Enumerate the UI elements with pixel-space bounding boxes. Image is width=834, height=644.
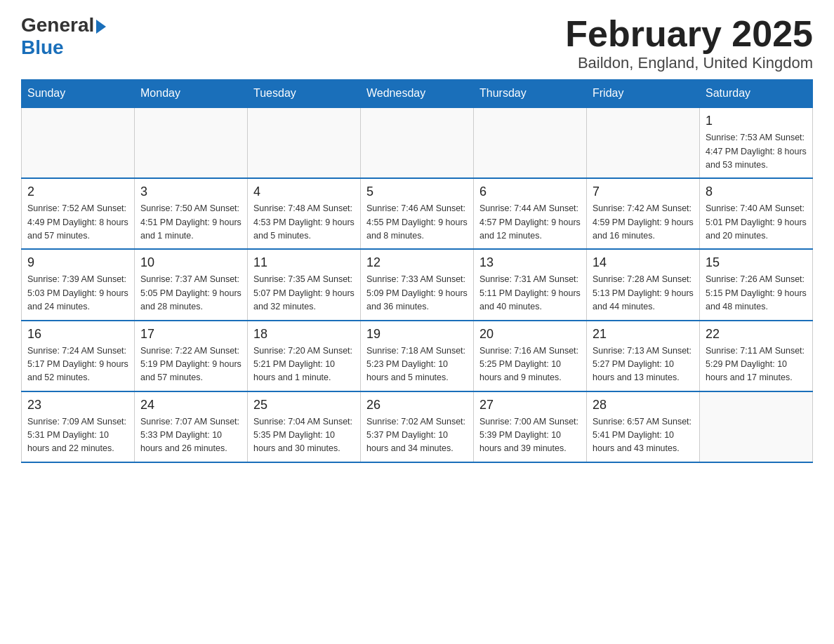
calendar-week-row: 2Sunrise: 7:52 AM Sunset: 4:49 PM Daylig… [22,178,813,249]
calendar-cell: 6Sunrise: 7:44 AM Sunset: 4:57 PM Daylig… [474,178,587,249]
day-number: 11 [253,255,355,270]
logo-general-text: General [21,14,94,36]
calendar-table: SundayMondayTuesdayWednesdayThursdayFrid… [21,79,813,463]
calendar-cell: 14Sunrise: 7:28 AM Sunset: 5:13 PM Dayli… [587,249,700,320]
day-info: Sunrise: 7:24 AM Sunset: 5:17 PM Dayligh… [27,344,128,385]
day-number: 20 [479,327,581,342]
day-number: 5 [366,185,468,199]
calendar-cell: 11Sunrise: 7:35 AM Sunset: 5:07 PM Dayli… [248,249,361,320]
day-number: 17 [140,327,241,342]
day-info: Sunrise: 7:13 AM Sunset: 5:27 PM Dayligh… [593,344,694,385]
day-info: Sunrise: 7:48 AM Sunset: 4:53 PM Dayligh… [253,202,355,243]
day-number: 23 [27,398,128,412]
logo-arrow-icon [96,20,106,34]
day-number: 24 [140,398,241,412]
logo: General Blue [21,14,106,59]
calendar-day-header: Wednesday [361,80,474,108]
day-number: 7 [593,185,694,199]
day-number: 16 [27,327,128,342]
day-number: 26 [366,398,468,412]
day-number: 14 [593,255,694,270]
day-info: Sunrise: 7:33 AM Sunset: 5:09 PM Dayligh… [366,273,468,314]
day-info: Sunrise: 7:35 AM Sunset: 5:07 PM Dayligh… [253,273,355,314]
calendar-cell [135,107,248,178]
day-info: Sunrise: 7:46 AM Sunset: 4:55 PM Dayligh… [366,202,468,243]
calendar-cell: 1Sunrise: 7:53 AM Sunset: 4:47 PM Daylig… [700,107,813,178]
calendar-cell [22,107,135,178]
day-number: 27 [479,398,581,412]
calendar-cell: 24Sunrise: 7:07 AM Sunset: 5:33 PM Dayli… [135,391,248,462]
calendar-cell: 12Sunrise: 7:33 AM Sunset: 5:09 PM Dayli… [361,249,474,320]
day-number: 3 [140,185,241,199]
calendar-week-row: 23Sunrise: 7:09 AM Sunset: 5:31 PM Dayli… [22,391,813,462]
day-info: Sunrise: 7:50 AM Sunset: 4:51 PM Dayligh… [140,202,241,243]
calendar-cell [587,107,700,178]
day-info: Sunrise: 7:26 AM Sunset: 5:15 PM Dayligh… [706,273,807,314]
calendar-cell [474,107,587,178]
calendar-cell: 10Sunrise: 7:37 AM Sunset: 5:05 PM Dayli… [135,249,248,320]
day-number: 19 [366,327,468,342]
day-number: 15 [706,255,807,270]
page-header: General Blue February 2025 Baildon, Engl… [21,14,813,72]
location: Baildon, England, United Kingdom [565,54,813,72]
calendar-cell: 23Sunrise: 7:09 AM Sunset: 5:31 PM Dayli… [22,391,135,462]
day-info: Sunrise: 7:40 AM Sunset: 5:01 PM Dayligh… [706,202,807,243]
calendar-cell: 21Sunrise: 7:13 AM Sunset: 5:27 PM Dayli… [587,321,700,391]
calendar-cell: 7Sunrise: 7:42 AM Sunset: 4:59 PM Daylig… [587,178,700,249]
calendar-day-header: Tuesday [248,80,361,108]
calendar-cell [361,107,474,178]
calendar-day-header: Thursday [474,80,587,108]
calendar-cell: 19Sunrise: 7:18 AM Sunset: 5:23 PM Dayli… [361,321,474,391]
day-info: Sunrise: 7:04 AM Sunset: 5:35 PM Dayligh… [253,415,355,456]
calendar-cell: 22Sunrise: 7:11 AM Sunset: 5:29 PM Dayli… [700,321,813,391]
calendar-cell: 4Sunrise: 7:48 AM Sunset: 4:53 PM Daylig… [248,178,361,249]
calendar-cell [700,391,813,462]
calendar-cell: 5Sunrise: 7:46 AM Sunset: 4:55 PM Daylig… [361,178,474,249]
title-section: February 2025 Baildon, England, United K… [565,14,813,72]
day-number: 1 [706,114,807,128]
calendar-cell: 15Sunrise: 7:26 AM Sunset: 5:15 PM Dayli… [700,249,813,320]
logo-text: General [21,14,106,36]
day-info: Sunrise: 7:44 AM Sunset: 4:57 PM Dayligh… [479,202,581,243]
calendar-cell: 25Sunrise: 7:04 AM Sunset: 5:35 PM Dayli… [248,391,361,462]
day-number: 13 [479,255,581,270]
day-info: Sunrise: 7:39 AM Sunset: 5:03 PM Dayligh… [27,273,128,314]
calendar-cell: 20Sunrise: 7:16 AM Sunset: 5:25 PM Dayli… [474,321,587,391]
day-info: Sunrise: 7:52 AM Sunset: 4:49 PM Dayligh… [27,202,128,243]
calendar-day-header: Sunday [22,80,135,108]
calendar-cell: 16Sunrise: 7:24 AM Sunset: 5:17 PM Dayli… [22,321,135,391]
calendar-week-row: 9Sunrise: 7:39 AM Sunset: 5:03 PM Daylig… [22,249,813,320]
calendar-cell: 18Sunrise: 7:20 AM Sunset: 5:21 PM Dayli… [248,321,361,391]
day-info: Sunrise: 7:16 AM Sunset: 5:25 PM Dayligh… [479,344,581,385]
day-info: Sunrise: 7:42 AM Sunset: 4:59 PM Dayligh… [593,202,694,243]
day-number: 12 [366,255,468,270]
day-info: Sunrise: 7:09 AM Sunset: 5:31 PM Dayligh… [27,415,128,456]
day-info: Sunrise: 7:20 AM Sunset: 5:21 PM Dayligh… [253,344,355,385]
day-info: Sunrise: 7:11 AM Sunset: 5:29 PM Dayligh… [706,344,807,385]
day-number: 18 [253,327,355,342]
calendar-header-row: SundayMondayTuesdayWednesdayThursdayFrid… [22,80,813,108]
calendar-cell: 9Sunrise: 7:39 AM Sunset: 5:03 PM Daylig… [22,249,135,320]
day-number: 4 [253,185,355,199]
day-info: Sunrise: 7:31 AM Sunset: 5:11 PM Dayligh… [479,273,581,314]
day-number: 8 [706,185,807,199]
month-title: February 2025 [565,14,813,54]
calendar-week-row: 16Sunrise: 7:24 AM Sunset: 5:17 PM Dayli… [22,321,813,391]
calendar-day-header: Friday [587,80,700,108]
calendar-week-row: 1Sunrise: 7:53 AM Sunset: 4:47 PM Daylig… [22,107,813,178]
day-number: 25 [253,398,355,412]
day-number: 6 [479,185,581,199]
calendar-day-header: Saturday [700,80,813,108]
day-info: Sunrise: 7:00 AM Sunset: 5:39 PM Dayligh… [479,415,581,456]
day-info: Sunrise: 6:57 AM Sunset: 5:41 PM Dayligh… [593,415,694,456]
day-number: 22 [706,327,807,342]
calendar-cell [248,107,361,178]
day-info: Sunrise: 7:18 AM Sunset: 5:23 PM Dayligh… [366,344,468,385]
calendar-cell: 3Sunrise: 7:50 AM Sunset: 4:51 PM Daylig… [135,178,248,249]
day-number: 9 [27,255,128,270]
calendar-day-header: Monday [135,80,248,108]
day-info: Sunrise: 7:22 AM Sunset: 5:19 PM Dayligh… [140,344,241,385]
logo-blue-text: Blue [21,36,64,59]
calendar-cell: 8Sunrise: 7:40 AM Sunset: 5:01 PM Daylig… [700,178,813,249]
day-info: Sunrise: 7:37 AM Sunset: 5:05 PM Dayligh… [140,273,241,314]
